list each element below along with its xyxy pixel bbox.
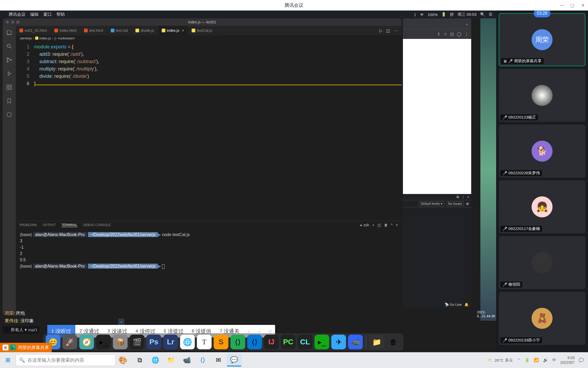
tab-lect-md[interactable]: lect.md: [107, 26, 132, 35]
display-icon[interactable]: 👁: [420, 12, 424, 17]
tab-test-html[interactable]: test.html: [80, 26, 107, 35]
maximize-button[interactable]: ▢: [567, 0, 578, 11]
tab-index-html[interactable]: index.html: [51, 26, 80, 35]
vscode-minimize-button[interactable]: [11, 21, 14, 24]
dock-photoshop-icon[interactable]: Ps: [146, 335, 161, 349]
tab-index-js[interactable]: index.js×: [158, 26, 188, 35]
panel-tab-output[interactable]: OUTPUT: [43, 223, 56, 227]
chevron-down-icon[interactable]: ⌄: [465, 21, 469, 26]
chat-input-row[interactable]: ☺ 所有人 ▾ mei't: [3, 326, 39, 334]
tray-ime-indicator[interactable]: 中: [552, 358, 556, 363]
breadcrumb[interactable]: serverjs › index.js › {} <unknown>: [16, 35, 402, 41]
star-icon[interactable]: ☆: [444, 32, 447, 37]
more-actions-icon[interactable]: ⋯: [394, 28, 398, 33]
dock-tencent-meeting-icon[interactable]: 📹: [348, 335, 363, 349]
task-widget-icon[interactable]: 🎨: [116, 354, 130, 366]
dock-clion-icon[interactable]: CL: [298, 335, 312, 349]
task-vscode-icon[interactable]: ⟨⟩: [195, 354, 210, 366]
split-editor-icon[interactable]: ◫: [386, 28, 390, 33]
control-center-icon[interactable]: ☰: [489, 12, 492, 17]
dock-chrome-icon[interactable]: 🌐: [180, 335, 195, 349]
close-button[interactable]: ✕: [578, 0, 588, 11]
sidepanel-icon[interactable]: ◫: [450, 32, 454, 37]
dock-pycharm-icon[interactable]: PC: [281, 335, 296, 349]
panel-tab-debug[interactable]: DEBUG CONSOLE: [83, 223, 111, 227]
dock-trash-icon[interactable]: 🗑: [386, 335, 401, 349]
minimize-button[interactable]: —: [556, 0, 567, 11]
dock-lightroom-icon[interactable]: Lr: [163, 335, 178, 349]
extensions-icon[interactable]: [6, 84, 13, 91]
debug-icon[interactable]: [6, 70, 13, 77]
code-editor[interactable]: 123456 module.exports = { add3: require(…: [16, 41, 402, 221]
task-view-icon[interactable]: ⧉: [132, 354, 147, 366]
dock-safari-icon[interactable]: 🧭: [79, 335, 94, 349]
dock-vscode-insiders-icon[interactable]: ⟨⟩: [230, 335, 245, 349]
dock-terminal-icon[interactable]: ▸_: [96, 335, 111, 349]
terminal-shell-label[interactable]: ▸ zsh: [360, 223, 369, 227]
devtools-kebab-icon[interactable]: ⋮: [461, 195, 465, 199]
kebab-menu-icon[interactable]: ⋮: [465, 32, 469, 37]
task-explorer-icon[interactable]: 📁: [164, 354, 178, 366]
panel-maximize-icon[interactable]: ^: [391, 223, 393, 227]
explorer-icon[interactable]: [6, 29, 13, 36]
dock-intellij-icon[interactable]: IJ: [264, 335, 279, 349]
tray-battery-icon[interactable]: 🔋: [525, 358, 530, 362]
participant-tile[interactable]: 🐕 🎤092220226朱梦伟: [499, 125, 585, 178]
no-issues-badge[interactable]: No Issues: [446, 201, 464, 206]
participant-self[interactable]: 03:28 周荣 🖥 🎤 周荣的屏幕共享: [499, 13, 585, 66]
participant-tile[interactable]: 🧸 🎤092220133薛小宇: [499, 292, 585, 345]
terminal-new-icon[interactable]: +: [372, 223, 374, 227]
tab-testcal-js[interactable]: testCal.js: [188, 26, 216, 35]
panel-tab-terminal[interactable]: TERMINAL: [61, 223, 77, 227]
dock-fcp-icon[interactable]: 🎬: [130, 335, 144, 349]
go-live-button[interactable]: 📡 Go Live: [445, 303, 461, 306]
chat-input[interactable]: mei't: [28, 328, 37, 333]
spotlight-icon[interactable]: 🔍: [480, 12, 485, 17]
dock-app-icon[interactable]: 📦: [113, 335, 128, 349]
tray-chevron-up-icon[interactable]: ⌃: [517, 358, 521, 362]
devtools-gear-icon[interactable]: ⚙: [456, 195, 459, 199]
share-icon[interactable]: ⇪: [437, 32, 440, 37]
log-level-dropdown[interactable]: Default levels ▾: [419, 201, 444, 206]
task-tencent-meeting-icon[interactable]: 📹: [180, 354, 194, 366]
clock-text[interactable]: 周三 09:03: [458, 12, 476, 17]
dock-downloads-icon[interactable]: 📁: [369, 335, 384, 349]
terminal[interactable]: (base) alan@Alans-MacBook-Pro ~/Desktop/…: [16, 229, 402, 315]
menubar-help[interactable]: 帮助: [56, 12, 65, 17]
taskbar-weather[interactable]: ⛅ 26°C 多云: [488, 358, 513, 363]
profile-icon[interactable]: ◯: [457, 32, 461, 37]
vscode-zoom-button[interactable]: [16, 21, 19, 24]
bookmark-icon[interactable]: [6, 97, 13, 105]
emoji-icon[interactable]: ☺: [5, 328, 9, 333]
panel-close-icon[interactable]: ×: [396, 223, 398, 227]
tray-wifi-icon[interactable]: 📶: [534, 358, 539, 362]
notification-center-icon[interactable]: 💬: [579, 358, 584, 362]
taskbar-clock[interactable]: 9:03 2022/9/7: [560, 355, 575, 365]
tab-divide-js[interactable]: divide.js: [132, 26, 158, 35]
dock-openmeeting-icon[interactable]: ✈: [331, 335, 346, 349]
dock-launchpad-icon[interactable]: 🚀: [62, 335, 77, 349]
devtools-close-icon[interactable]: ×: [467, 195, 469, 199]
tray-volume-icon[interactable]: 🔊: [543, 358, 548, 362]
bluetooth-icon[interactable]: ᛒ: [414, 12, 416, 17]
bell-icon[interactable]: 🔔: [464, 303, 469, 306]
search-icon[interactable]: [6, 43, 13, 50]
chat-recipient-selector[interactable]: 所有人 ▾: [11, 327, 27, 333]
participant-tile[interactable]: 🎤柳宿阳: [499, 236, 585, 289]
scm-icon[interactable]: [6, 56, 13, 64]
terminal-split-icon[interactable]: ◫: [377, 223, 381, 227]
remote-icon[interactable]: [6, 111, 13, 118]
participant-tile[interactable]: 🎤092220123杨正: [499, 69, 585, 122]
menubar-window[interactable]: 窗口: [43, 12, 52, 17]
task-edge-icon[interactable]: 🌐: [148, 354, 163, 366]
tab-ex01-html[interactable]: ex01_01.html: [16, 26, 51, 35]
start-button[interactable]: ⊞: [0, 352, 16, 368]
terminal-trash-icon[interactable]: 🗑: [384, 223, 388, 227]
ime-collapse-button[interactable]: ‹: [118, 319, 124, 325]
ime-icon[interactable]: 拼: [450, 12, 454, 17]
vscode-close-button[interactable]: [6, 21, 9, 24]
dock-typora-icon[interactable]: T: [197, 335, 212, 349]
task-feishu-icon[interactable]: ✉: [211, 354, 226, 366]
panel-tab-problems[interactable]: PROBLEMS: [19, 223, 37, 227]
dock-sublime-icon[interactable]: S: [214, 335, 228, 349]
